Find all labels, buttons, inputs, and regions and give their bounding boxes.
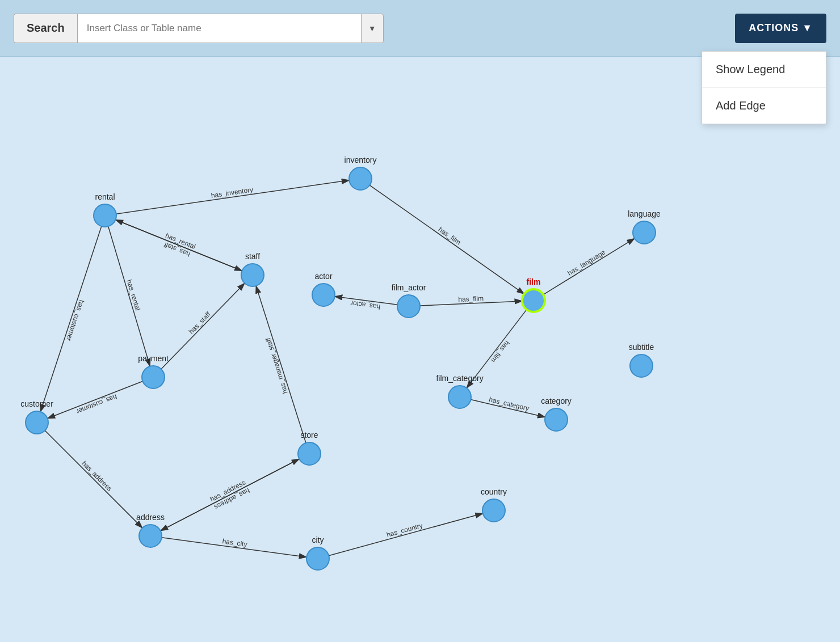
svg-line-5 (543, 238, 635, 294)
svg-line-17 (256, 286, 306, 443)
svg-text:has_country: has_country (386, 521, 424, 539)
svg-point-59 (448, 386, 471, 408)
svg-point-67 (306, 547, 329, 570)
svg-line-9 (116, 219, 242, 271)
svg-point-69 (482, 499, 505, 522)
search-button[interactable]: Search (14, 14, 77, 43)
search-input[interactable] (77, 14, 361, 43)
svg-text:has_film: has_film (458, 294, 484, 303)
svg-text:film_category: film_category (436, 374, 483, 383)
svg-point-43 (241, 264, 264, 286)
node-rental[interactable]: rental (94, 192, 116, 227)
graph-area: has_inventoryhas_filmhas_languagehas_sta… (0, 57, 840, 642)
svg-text:city: city (312, 535, 324, 544)
node-category[interactable]: category (541, 396, 572, 431)
svg-point-49 (522, 289, 545, 312)
show-legend-item[interactable]: Show Legend (702, 52, 826, 88)
svg-text:staff: staff (245, 252, 260, 261)
svg-line-21 (45, 430, 142, 528)
svg-point-51 (633, 221, 656, 244)
search-dropdown-button[interactable]: ▼ (361, 14, 384, 43)
svg-line-13 (161, 283, 245, 369)
svg-line-11 (40, 226, 102, 412)
svg-text:has_address: has_address (80, 459, 113, 492)
node-subtitle[interactable]: subtitle (629, 343, 654, 377)
svg-line-1 (116, 180, 349, 214)
svg-text:store: store (300, 430, 318, 440)
svg-point-45 (312, 284, 335, 306)
svg-text:has_language: has_language (566, 248, 607, 277)
svg-text:address: address (136, 513, 165, 522)
node-film_category[interactable]: film_category (436, 374, 483, 408)
header: Search ▼ ACTIONS ▼ (0, 0, 840, 57)
svg-text:has_rental: has_rental (125, 278, 141, 311)
actions-button[interactable]: ACTIONS ▼ (735, 14, 826, 43)
svg-point-55 (26, 411, 48, 434)
actions-dropdown: Show Legend Add Edge (702, 51, 826, 124)
svg-line-25 (329, 513, 482, 555)
svg-point-61 (545, 408, 568, 431)
node-inventory[interactable]: inventory (345, 155, 377, 190)
svg-text:inventory: inventory (345, 155, 377, 164)
svg-line-37 (108, 226, 150, 366)
svg-text:has_staff: has_staff (187, 310, 212, 336)
node-actor[interactable]: actor (312, 272, 335, 306)
node-city[interactable]: city (306, 535, 329, 570)
graph-svg: has_inventoryhas_filmhas_languagehas_sta… (0, 57, 840, 642)
svg-text:has_film: has_film (437, 225, 463, 246)
svg-text:has_customer: has_customer (75, 392, 118, 415)
add-edge-item[interactable]: Add Edge (702, 88, 826, 124)
node-address[interactable]: address (136, 513, 165, 547)
svg-point-47 (397, 295, 420, 318)
svg-text:has_film: has_film (489, 339, 511, 364)
svg-text:has_manager_staff: has_manager_staff (264, 336, 289, 395)
svg-text:has_city: has_city (222, 537, 248, 548)
node-film_actor[interactable]: film_actor (392, 283, 426, 318)
svg-text:has_category: has_category (488, 395, 530, 412)
svg-text:rental: rental (95, 192, 115, 201)
svg-text:subtitle: subtitle (629, 343, 654, 352)
svg-line-35 (161, 459, 299, 531)
node-store[interactable]: store (298, 430, 321, 465)
svg-point-63 (630, 354, 653, 377)
svg-point-57 (298, 442, 321, 465)
svg-text:film: film (527, 277, 541, 286)
svg-text:customer: customer (20, 399, 53, 408)
node-language[interactable]: language (628, 209, 661, 244)
svg-text:actor: actor (314, 272, 332, 281)
node-customer[interactable]: customer (20, 399, 53, 434)
node-film[interactable]: film (522, 277, 545, 312)
svg-text:payment: payment (138, 354, 169, 363)
svg-point-65 (139, 525, 162, 547)
svg-text:category: category (541, 396, 572, 406)
node-staff[interactable]: staff (241, 252, 264, 286)
svg-point-39 (94, 204, 116, 227)
svg-line-15 (48, 381, 143, 418)
svg-text:country: country (481, 487, 507, 496)
svg-text:has_actor: has_actor (350, 299, 381, 311)
svg-point-53 (142, 366, 165, 388)
svg-line-3 (369, 185, 524, 294)
svg-text:film_actor: film_actor (392, 283, 426, 292)
svg-text:language: language (628, 209, 661, 218)
node-payment[interactable]: payment (138, 354, 169, 388)
node-country[interactable]: country (481, 487, 507, 522)
svg-point-41 (349, 167, 372, 190)
